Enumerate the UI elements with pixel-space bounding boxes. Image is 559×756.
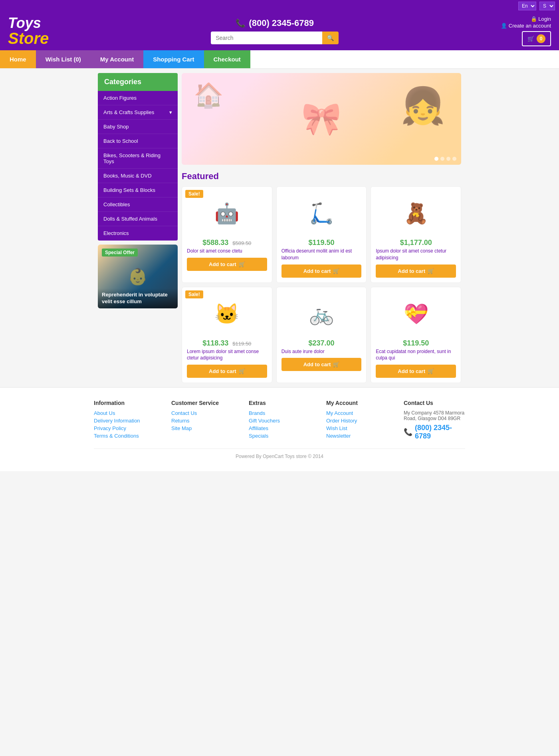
cart-icon: 🛒 — [333, 361, 339, 367]
product-card: 🧸 $1,177.00 Ipsum dolor sit amet conse c… — [371, 186, 461, 283]
sidebar-category-item[interactable]: Back to School — [98, 134, 178, 148]
footer-link[interactable]: Site Map — [171, 425, 233, 431]
cart-button[interactable]: 🛒 0 — [522, 31, 551, 46]
nav-home[interactable]: Home — [0, 50, 36, 68]
footer-customer-service: Customer Service Contact UsReturnsSite M… — [171, 400, 233, 440]
price-row: $1,177.00 — [400, 239, 432, 248]
footer-extras-title: Extras — [249, 400, 310, 406]
currency-select[interactable]: S — [539, 2, 555, 10]
footer-link[interactable]: My Account — [326, 410, 388, 416]
footer-link[interactable]: About Us — [94, 410, 155, 416]
footer-myaccount-title: My Account — [326, 400, 388, 406]
add-to-cart-button[interactable]: Add to cart 🛒 — [376, 365, 456, 378]
sidebar: Categories Action FiguresArts & Crafts S… — [98, 73, 178, 383]
category-label: Arts & Crafts Supplies — [103, 109, 154, 115]
footer-link[interactable]: Delivery Information — [94, 418, 155, 424]
footer-link[interactable]: Returns — [171, 418, 233, 424]
product-price: $237.00 — [308, 339, 334, 347]
sidebar-category-item[interactable]: Collectibles — [98, 197, 178, 212]
product-name: Ecat cupidatat non proident, sunt in cul… — [376, 348, 456, 362]
special-offer-text: Reprehenderit in voluptate velit esse ci… — [98, 288, 178, 308]
products-grid: Sale! 🤖 $588.33 $589.50 Dolor sit amet c… — [182, 186, 461, 383]
banner-dot-3[interactable] — [446, 157, 450, 161]
cart-icon: 🛒 — [239, 261, 245, 267]
special-offer[interactable]: 👶 Special Offer Reprehenderit in volupta… — [98, 245, 178, 308]
product-image: 🧸 — [392, 191, 440, 235]
banner-dot-4[interactable] — [452, 157, 456, 161]
product-price-old: $589.50 — [232, 240, 251, 246]
categories-header: Categories — [98, 73, 178, 91]
category-label: Collectibles — [103, 201, 130, 207]
banner-dot-2[interactable] — [440, 157, 444, 161]
price-row: $588.33 $589.50 — [202, 239, 251, 248]
product-name: Duis aute irure dolor — [281, 348, 362, 355]
footer-link[interactable]: Brands — [249, 410, 310, 416]
product-name: Lorem ipsum dolor sit amet conse ctetur … — [187, 348, 267, 362]
sale-badge: Sale! — [185, 190, 203, 198]
product-image: 🤖 — [203, 191, 251, 235]
sidebar-category-item[interactable]: Arts & Crafts Supplies▾ — [98, 105, 178, 120]
footer-link[interactable]: Terms & Conditions — [94, 433, 155, 439]
footer-link[interactable]: Wish List — [326, 425, 388, 431]
special-offer-badge: Special Offer — [102, 249, 138, 257]
footer-cs-title: Customer Service — [171, 400, 233, 406]
add-to-cart-button[interactable]: Add to cart 🛒 — [281, 358, 362, 371]
language-select[interactable]: En — [518, 2, 536, 10]
category-label: Dolls & Stuffed Animals — [103, 216, 157, 222]
footer-link[interactable]: Gift Vouchers — [249, 418, 310, 424]
nav-myaccount[interactable]: My Account — [91, 50, 143, 68]
sidebar-category-item[interactable]: Baby Shop — [98, 120, 178, 134]
footer-inner: Information About UsDelivery Information… — [94, 400, 465, 440]
add-to-cart-button[interactable]: Add to cart 🛒 — [187, 258, 267, 271]
create-account-link[interactable]: 👤 Create an account — [501, 23, 551, 29]
logo[interactable]: Toys Store — [8, 16, 49, 46]
featured-title: Featured — [182, 171, 461, 182]
category-label: Books, Music & DVD — [103, 173, 152, 179]
footer-link[interactable]: Privacy Policy — [94, 425, 155, 431]
footer-link[interactable]: Order History — [326, 418, 388, 424]
banner-inner: 🎀 👧 🏠 — [182, 73, 461, 165]
search-input[interactable] — [211, 32, 322, 44]
add-to-cart-button[interactable]: Add to cart 🛒 — [187, 365, 267, 378]
product-price: $1,177.00 — [400, 239, 432, 247]
add-to-cart-button[interactable]: Add to cart 🛒 — [376, 265, 456, 278]
category-label: Electronics — [103, 230, 129, 236]
nav-cart[interactable]: Shopping Cart — [143, 50, 204, 68]
footer-link[interactable]: Newsletter — [326, 433, 388, 439]
category-label: Bikes, Scooters & Riding Toys — [103, 152, 172, 164]
add-to-cart-label: Add to cart — [398, 268, 425, 274]
cart-icon: 🛒 — [333, 268, 339, 274]
footer-phone-icon: 📞 — [404, 428, 412, 436]
header: Toys Store 📞 (800) 2345-6789 🔍 🔒 Login 👤… — [0, 12, 559, 50]
product-name: Officia deserunt mollit anim id est labo… — [281, 248, 362, 261]
footer-link[interactable]: Affiliates — [249, 425, 310, 431]
add-to-cart-button[interactable]: Add to cart 🛒 — [281, 265, 362, 278]
search-button[interactable]: 🔍 — [322, 32, 339, 44]
footer-my-account: My Account My AccountOrder HistoryWish L… — [326, 400, 388, 440]
price-row: $237.00 — [308, 339, 334, 348]
phone-number: (800) 2345-6789 — [249, 18, 314, 28]
footer-link[interactable]: Contact Us — [171, 410, 233, 416]
phone-icon: 📞 — [236, 18, 246, 28]
sidebar-category-item[interactable]: Bikes, Scooters & Riding Toys — [98, 148, 178, 169]
category-label: Building Sets & Blocks — [103, 187, 155, 193]
nav-wishlist[interactable]: Wish List (0) — [36, 50, 91, 68]
footer-contact-title: Contact Us — [404, 400, 465, 406]
banner-dot-1[interactable] — [434, 157, 438, 161]
phone-line: 📞 (800) 2345-6789 — [236, 18, 314, 28]
login-link[interactable]: 🔒 Login — [531, 16, 551, 22]
header-right: 🔒 Login 👤 Create an account 🛒 0 — [501, 16, 551, 46]
content-area: 🎀 👧 🏠 Featured Sale! 🤖 $588.33 $589.50 D… — [182, 73, 461, 383]
sidebar-category-item[interactable]: Building Sets & Blocks — [98, 183, 178, 197]
product-image: 🚲 — [297, 292, 345, 336]
footer-link[interactable]: Specials — [249, 433, 310, 439]
sidebar-category-item[interactable]: Electronics — [98, 226, 178, 241]
add-to-cart-label: Add to cart — [209, 368, 236, 374]
category-label: Action Figures — [103, 95, 137, 101]
product-price-old: $119.50 — [232, 341, 251, 347]
sidebar-category-item[interactable]: Action Figures — [98, 91, 178, 105]
nav-checkout[interactable]: Checkout — [204, 50, 250, 68]
sidebar-category-item[interactable]: Dolls & Stuffed Animals — [98, 212, 178, 226]
sidebar-category-item[interactable]: Books, Music & DVD — [98, 169, 178, 183]
product-name: Ipsum dolor sit amet conse ctetur adipis… — [376, 248, 456, 261]
